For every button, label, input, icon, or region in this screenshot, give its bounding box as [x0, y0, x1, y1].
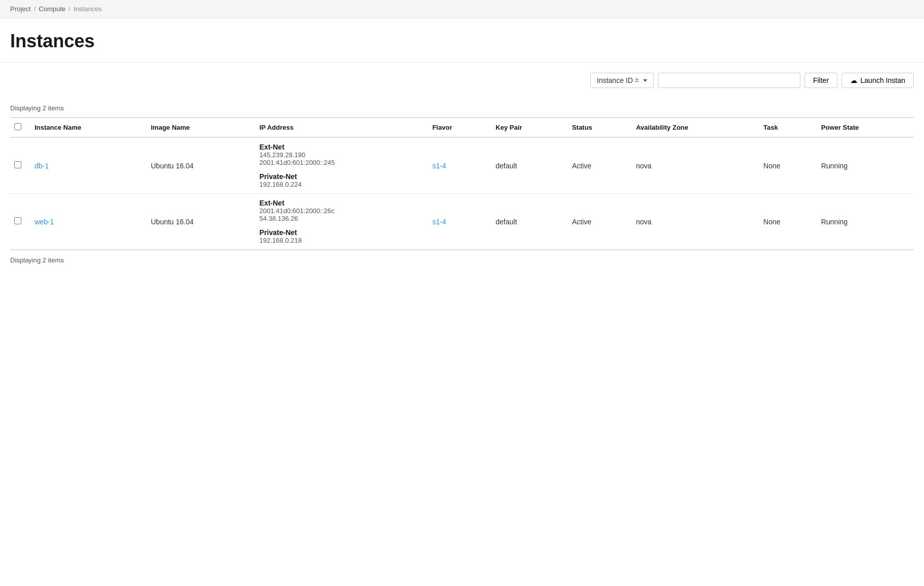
- ip-address-cell: Ext-Net2001:41d0:601:2000::26c54.38.136.…: [253, 194, 426, 250]
- col-header-instance-name: Instance Name: [28, 118, 145, 137]
- filter-dropdown-label: Instance ID =: [597, 76, 639, 84]
- key-pair-cell: default: [489, 194, 566, 250]
- col-header-availability-zone: Availability Zone: [630, 118, 757, 137]
- ip-block: Ext-Net2001:41d0:601:2000::26c54.38.136.…: [259, 199, 420, 222]
- ip-address-value: 145.239.28.190: [259, 151, 420, 159]
- filter-button[interactable]: Filter: [804, 73, 838, 88]
- ip-block: Private-Net192.168.0.224: [259, 172, 420, 188]
- breadcrumb-sep-1: /: [34, 5, 36, 13]
- network-name: Private-Net: [259, 228, 420, 237]
- flavor-link-web-1[interactable]: s1-4: [432, 218, 446, 226]
- availability-zone-cell: nova: [630, 194, 757, 250]
- task-cell: None: [757, 137, 815, 194]
- breadcrumb: Project / Compute / Instances: [10, 5, 914, 13]
- flavor-link-db-1[interactable]: s1-4: [432, 162, 446, 170]
- status-cell: Active: [566, 194, 630, 250]
- availability-zone-cell: nova: [630, 137, 757, 194]
- image-name-cell: Ubuntu 16.04: [145, 194, 253, 250]
- table-row: web-1Ubuntu 16.04Ext-Net2001:41d0:601:20…: [10, 194, 914, 250]
- chevron-down-icon: [643, 79, 647, 82]
- col-header-flavor: Flavor: [426, 118, 489, 137]
- network-name: Ext-Net: [259, 199, 420, 207]
- instances-table: Instance Name Image Name IP Address Flav…: [10, 117, 914, 250]
- launch-button-label: Launch Instan: [860, 76, 905, 84]
- breadcrumb-bar: Project / Compute / Instances: [0, 0, 924, 18]
- page-header: Instances: [0, 18, 924, 63]
- select-all-header[interactable]: [10, 118, 28, 137]
- key-pair-cell: default: [489, 137, 566, 194]
- display-count-top: Displaying 2 items: [10, 104, 914, 112]
- content-area: Instance ID = Filter ☁ Launch Instan Dis…: [0, 63, 924, 274]
- row-checkbox-cell[interactable]: [10, 194, 28, 250]
- instance-link-db-1[interactable]: db-1: [35, 162, 49, 170]
- cloud-icon: ☁: [850, 76, 857, 84]
- filter-input[interactable]: [658, 73, 800, 88]
- ip-block: Private-Net192.168.0.218: [259, 228, 420, 244]
- col-header-ip-address: IP Address: [253, 118, 426, 137]
- instance-name-cell: web-1: [28, 194, 145, 250]
- breadcrumb-instances: Instances: [73, 5, 102, 13]
- ip-address-value: 192.168.0.218: [259, 237, 420, 244]
- col-header-status: Status: [566, 118, 630, 137]
- col-header-task: Task: [757, 118, 815, 137]
- col-header-power-state: Power State: [815, 118, 914, 137]
- col-header-image-name: Image Name: [145, 118, 253, 137]
- select-all-checkbox[interactable]: [14, 123, 21, 130]
- instance-name-cell: db-1: [28, 137, 145, 194]
- row-checkbox-cell[interactable]: [10, 137, 28, 194]
- ip-block: Ext-Net145.239.28.1902001:41d0:601:2000:…: [259, 143, 420, 166]
- toolbar: Instance ID = Filter ☁ Launch Instan: [10, 73, 914, 96]
- ip-address-value: 54.38.136.26: [259, 215, 420, 222]
- power-state-cell: Running: [815, 194, 914, 250]
- task-cell: None: [757, 194, 815, 250]
- instance-id-filter-dropdown[interactable]: Instance ID =: [590, 73, 654, 88]
- instance-link-web-1[interactable]: web-1: [35, 218, 54, 226]
- image-name-cell: Ubuntu 16.04: [145, 137, 253, 194]
- status-cell: Active: [566, 137, 630, 194]
- breadcrumb-project[interactable]: Project: [10, 5, 31, 13]
- power-state-cell: Running: [815, 137, 914, 194]
- breadcrumb-sep-2: /: [69, 5, 71, 13]
- launch-instance-button[interactable]: ☁ Launch Instan: [842, 73, 914, 88]
- page-title: Instances: [10, 31, 914, 52]
- table-header-row: Instance Name Image Name IP Address Flav…: [10, 118, 914, 137]
- ip-address-value: 2001:41d0:601:2000::26c: [259, 207, 420, 215]
- flavor-cell: s1-4: [426, 194, 489, 250]
- ip-address-value: 2001:41d0:601:2000::245: [259, 159, 420, 166]
- network-name: Private-Net: [259, 172, 420, 181]
- breadcrumb-compute[interactable]: Compute: [39, 5, 66, 13]
- table-row: db-1Ubuntu 16.04Ext-Net145.239.28.190200…: [10, 137, 914, 194]
- network-name: Ext-Net: [259, 143, 420, 151]
- display-count-bottom: Displaying 2 items: [10, 256, 914, 264]
- row-checkbox-web-1[interactable]: [14, 217, 21, 224]
- row-checkbox-db-1[interactable]: [14, 161, 21, 168]
- col-header-key-pair: Key Pair: [489, 118, 566, 137]
- ip-address-value: 192.168.0.224: [259, 181, 420, 188]
- flavor-cell: s1-4: [426, 137, 489, 194]
- ip-address-cell: Ext-Net145.239.28.1902001:41d0:601:2000:…: [253, 137, 426, 194]
